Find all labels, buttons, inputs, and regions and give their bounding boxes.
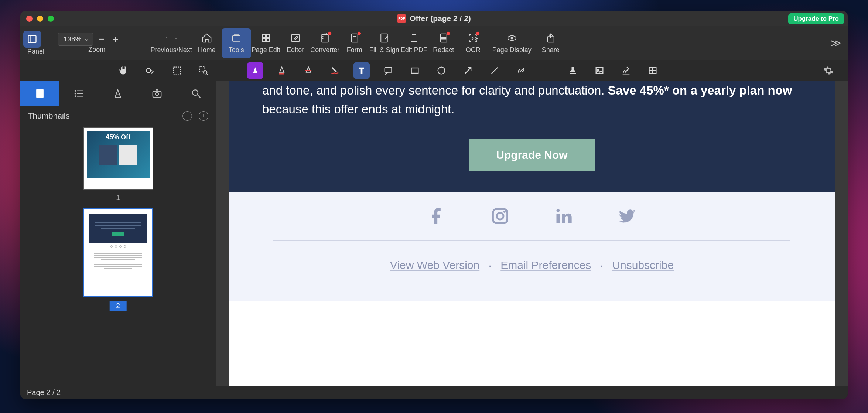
arrow-tool-button[interactable] [460,62,476,79]
window-controls [26,16,54,22]
twitter-icon[interactable] [618,206,637,226]
thumbnail-page-1[interactable]: 45% Off 1 [83,127,153,202]
highlight-tool-button[interactable] [247,62,263,79]
ocr-button[interactable]: OCR OCR [458,28,488,58]
zoom-in-button[interactable]: + [110,33,121,45]
svg-point-54 [497,213,503,219]
search-tab[interactable] [177,81,216,106]
titlebar: PDF Offer (page 2 / 2) Upgrade to Pro [20,11,848,26]
svg-rect-8 [266,38,270,42]
content-area: Thumbnails − + 45% Off 1 [20,81,848,386]
strikethrough-button[interactable] [300,62,317,79]
text-color-button[interactable] [274,62,290,79]
email-prefs-link[interactable]: Email Preferences [500,259,591,271]
svg-line-26 [206,74,208,75]
svg-rect-7 [262,38,266,42]
svg-rect-27 [254,71,256,72]
notification-dot-icon [476,31,480,35]
redact-button[interactable]: Redact [429,28,458,58]
zoom-out-button[interactable]: − [96,33,107,45]
notification-dot-icon [357,31,361,35]
text-tool-button[interactable] [353,62,370,79]
fill-sign-button[interactable]: Fill & Sign [369,28,399,58]
thumbnails-tab[interactable] [20,81,59,106]
fullscreen-window-button[interactable] [48,16,54,22]
converter-button[interactable]: Converter [310,28,340,58]
svg-rect-17 [441,37,446,39]
svg-rect-4 [233,36,240,41]
circle-tool-button[interactable] [433,62,450,79]
rectangle-tool-button[interactable] [407,62,423,79]
thumbnails-title: Thumbnails [28,111,70,121]
home-button[interactable]: Home [192,28,222,58]
view-web-link[interactable]: View Web Version [390,259,479,271]
document-viewport[interactable]: and tone, and polish every sentence for … [216,81,848,386]
hand-tool-button[interactable] [116,62,132,79]
pdf-page: and tone, and polish every sentence for … [229,81,835,386]
thumbnails-header: Thumbnails − + [20,106,216,126]
panel-toggle-button[interactable] [23,31,41,48]
note-tool-button[interactable] [380,62,396,79]
facebook-icon[interactable] [427,206,446,226]
line-tool-button[interactable] [486,62,503,79]
svg-point-46 [75,93,76,94]
form-button[interactable]: Form [340,28,369,58]
svg-rect-31 [411,68,418,73]
zoom-controls: 138% − + [58,33,121,46]
toolbar-overflow-button[interactable]: ≫ [830,37,845,49]
main-toolbar: Panel 138% − + Zoom Previous/Next Home T… [20,26,848,60]
svg-point-32 [438,67,445,74]
annotations-tab[interactable] [99,81,138,106]
signature-tool-button[interactable] [618,62,634,79]
thumb-zoom-out-button[interactable]: − [182,111,192,121]
svg-point-57 [557,209,560,212]
svg-rect-28 [279,73,284,75]
tools-button[interactable]: Tools [222,28,251,58]
svg-point-51 [192,90,198,95]
svg-point-50 [156,92,159,96]
sidebar-tabs [20,81,216,106]
tool-settings-button[interactable] [820,62,837,79]
area-select-button[interactable] [169,62,185,79]
editor-button[interactable]: Editor [281,28,310,58]
previous-next-button[interactable]: Previous/Next [151,28,192,58]
link-tool-button[interactable] [513,62,529,79]
page-display-button[interactable]: Page Display [488,28,536,58]
close-window-button[interactable] [26,16,33,22]
divider [273,240,790,241]
svg-point-19 [508,36,516,41]
edit-pdf-button[interactable]: Edit PDF [399,28,429,58]
tools-subtoolbar [20,60,848,81]
svg-rect-23 [174,67,181,74]
svg-point-25 [204,71,207,74]
upgrade-now-button[interactable]: Upgrade Now [469,139,595,171]
zoom-select[interactable]: 138% [58,33,93,46]
app-window: PDF Offer (page 2 / 2) Upgrade to Pro Pa… [20,11,848,399]
svg-point-47 [75,96,76,97]
stamp-tool-button[interactable] [565,62,581,79]
image-tool-button[interactable] [591,62,608,79]
freehand-button[interactable] [327,62,343,79]
linkedin-icon[interactable] [554,206,573,226]
social-links [273,206,790,226]
instagram-icon[interactable] [491,206,510,226]
svg-rect-6 [266,34,270,38]
share-button[interactable]: Share [536,28,565,58]
outline-tab[interactable] [59,81,99,106]
sidebar-panel: Thumbnails − + 45% Off 1 [20,81,216,386]
minimize-window-button[interactable] [37,16,43,22]
zoom-area-button[interactable] [195,62,212,79]
footer-links: View Web Version · Email Preferences · U… [273,259,790,272]
page-edit-button[interactable]: Page Edit [251,28,281,58]
upgrade-pro-button[interactable]: Upgrade to Pro [788,13,844,24]
svg-line-33 [465,67,471,73]
snapshot-tab[interactable] [137,81,177,106]
unsubscribe-link[interactable]: Unsubscribe [612,259,674,271]
table-tool-button[interactable] [645,62,661,79]
thumbnails-list[interactable]: 45% Off 1 2 [20,126,216,386]
svg-rect-5 [262,34,266,38]
svg-text:OCR: OCR [470,37,478,41]
thumbnail-page-2[interactable]: 2 [83,208,153,311]
thumb-zoom-in-button[interactable]: + [199,111,208,121]
content-select-button[interactable] [142,62,158,79]
